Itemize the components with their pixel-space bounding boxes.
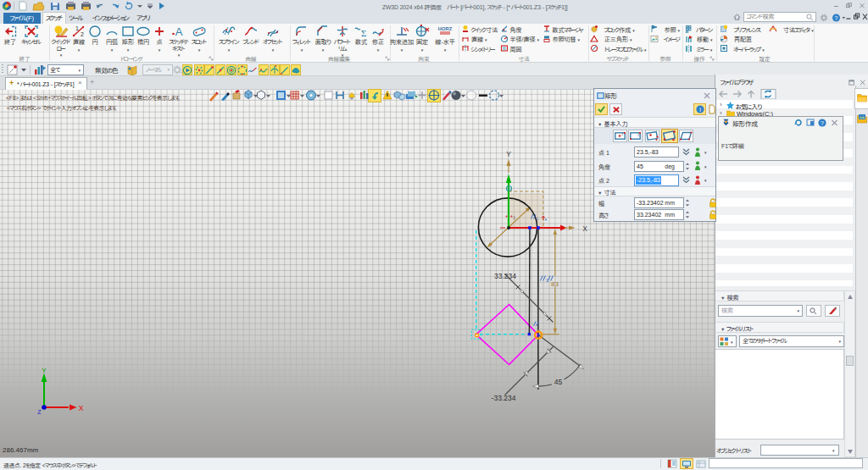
svg-text:83: 83: [551, 280, 559, 288]
svg-text:2: 2: [81, 31, 84, 37]
svg-text:33.234: 33.234: [494, 272, 516, 280]
svg-text:A: A: [175, 25, 183, 38]
svg-text:X: X: [582, 224, 587, 233]
svg-text:Y: Y: [42, 367, 47, 374]
svg-text:?: ?: [835, 15, 838, 21]
svg-text:Y: Y: [506, 150, 511, 158]
svg-text:1: 1: [75, 25, 79, 31]
svg-text:X: X: [79, 404, 84, 412]
svg-text:-33.234: -33.234: [492, 394, 516, 402]
svg-text:1: 1: [546, 278, 548, 283]
svg-text:Σ: Σ: [361, 28, 366, 38]
svg-text:Z: Z: [37, 409, 42, 415]
svg-text:45: 45: [554, 378, 563, 386]
svg-text:HORZ: HORZ: [438, 26, 453, 31]
svg-text:?: ?: [821, 119, 824, 125]
